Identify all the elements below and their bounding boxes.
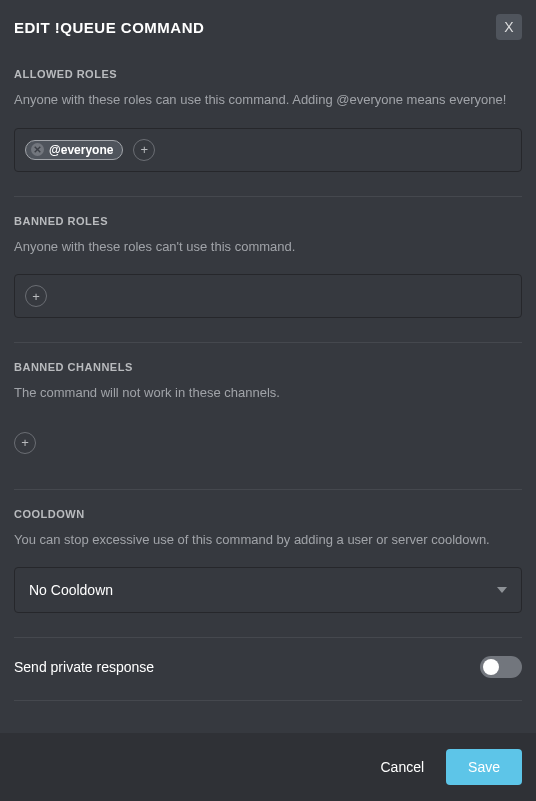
private-response-row: Send private response (14, 638, 522, 701)
section-cooldown: COOLDOWN You can stop excessive use of t… (14, 490, 522, 639)
section-allowed-roles: ALLOWED ROLES Anyone with these roles ca… (14, 50, 522, 197)
section-title: COOLDOWN (14, 508, 522, 520)
add-channel-button[interactable]: + (14, 432, 36, 454)
modal-footer: Cancel Save (0, 733, 536, 801)
section-desc: Anyone with these roles can use this com… (14, 90, 522, 110)
role-chip-label: @everyone (49, 143, 113, 157)
section-title: ALLOWED ROLES (14, 68, 522, 80)
close-button[interactable]: X (496, 14, 522, 40)
section-banned-roles: BANNED ROLES Anyone with these roles can… (14, 197, 522, 344)
private-response-label: Send private response (14, 659, 154, 675)
section-banned-channels: BANNED CHANNELS The command will not wor… (14, 343, 522, 490)
cooldown-value: No Cooldown (29, 582, 113, 598)
plus-icon: + (32, 290, 40, 303)
toggle-thumb (483, 659, 499, 675)
banned-channels-input[interactable]: + (14, 421, 522, 465)
private-response-toggle[interactable] (480, 656, 522, 678)
edit-command-modal: EDIT !QUEUE COMMAND X ALLOWED ROLES Anyo… (0, 0, 536, 801)
modal-content: ALLOWED ROLES Anyone with these roles ca… (0, 50, 536, 733)
role-chip-everyone: @everyone (25, 140, 123, 160)
allowed-roles-input[interactable]: @everyone + (14, 128, 522, 172)
plus-icon: + (21, 436, 29, 449)
section-desc: The command will not work in these chann… (14, 383, 522, 403)
modal-header: EDIT !QUEUE COMMAND X (0, 0, 536, 50)
add-role-button[interactable]: + (133, 139, 155, 161)
cooldown-select[interactable]: No Cooldown (14, 567, 522, 613)
banned-roles-input[interactable]: + (14, 274, 522, 318)
save-button[interactable]: Save (446, 749, 522, 785)
remove-chip-icon[interactable] (31, 143, 44, 156)
add-role-button[interactable]: + (25, 285, 47, 307)
section-desc: You can stop excessive use of this comma… (14, 530, 522, 550)
section-title: BANNED CHANNELS (14, 361, 522, 373)
section-title: BANNED ROLES (14, 215, 522, 227)
modal-title: EDIT !QUEUE COMMAND (14, 19, 204, 36)
cancel-button[interactable]: Cancel (376, 751, 428, 783)
section-desc: Anyone with these roles can't use this c… (14, 237, 522, 257)
close-icon: X (504, 19, 513, 35)
chevron-down-icon (497, 587, 507, 593)
plus-icon: + (141, 143, 149, 156)
